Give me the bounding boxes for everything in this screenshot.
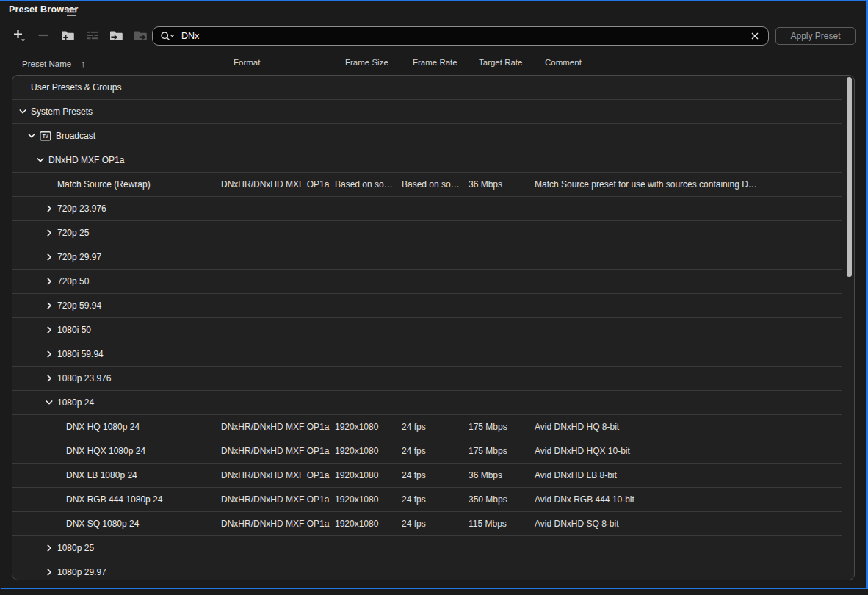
indent-spacer [18,83,27,92]
indent-spacer [54,471,62,480]
column-header-comment[interactable]: Comment [545,58,582,67]
indent-spacer [54,422,62,431]
row-label: System Presets [31,107,93,117]
preset-row[interactable]: DNX HQ 1080p 24DNxHR/DNxHD MXF OP1a1920x… [12,415,842,439]
cell-frame-rate: Based on so… [402,173,460,196]
cell-format: DNxHR/DNxHD MXF OP1a [221,512,329,536]
cell-comment: Avid DNx RGB 444 10-bit [535,488,634,511]
cell-target-rate: 115 Mbps [469,512,507,536]
cell-target-rate: 175 Mbps [469,415,507,439]
group-row[interactable]: 1080p 25 [12,536,842,560]
row-label: 1080i 59.94 [57,349,104,359]
cell-frame-size: 1920x1080 [335,512,378,536]
cell-frame-rate: 24 fps [402,512,426,536]
row-label: 1080p 29.97 [57,567,106,577]
column-headers: Preset Name ↑ Format Frame Size Frame Ra… [0,58,868,70]
name-cell: System Presets [12,100,842,123]
chevron-right-icon[interactable] [45,228,54,237]
chevron-down-icon[interactable] [36,156,45,165]
group-row[interactable]: 1080p 24 [12,391,842,415]
search-field[interactable] [152,26,769,46]
name-cell: 720p 50 [12,270,842,293]
row-label: DNX HQ 1080p 24 [66,422,140,432]
row-label: 1080p 25 [57,543,94,553]
column-header-format[interactable]: Format [234,58,260,67]
preset-row[interactable]: DNX LB 1080p 24DNxHR/DNxHD MXF OP1a1920x… [12,464,842,488]
indent-spacer [54,495,62,504]
new-preset-group-icon[interactable] [60,27,75,43]
chevron-down-icon[interactable] [18,107,27,116]
cell-comment: Avid DNxHD SQ 8-bit [535,512,618,536]
chevron-right-icon[interactable] [45,204,54,213]
chevron-right-icon[interactable] [45,544,54,552]
group-row[interactable]: 1080i 59.94 [12,342,842,367]
group-row[interactable]: 720p 25 [12,221,842,245]
group-row[interactable]: System Presets [12,100,842,124]
export-presets-icon[interactable] [133,27,148,43]
name-cell: DNX LB 1080p 24 [12,464,842,487]
preset-row[interactable]: DNX RGB 444 1080p 24DNxHR/DNxHD MXF OP1a… [12,488,842,512]
preset-row[interactable]: DNX HQX 1080p 24DNxHR/DNxHD MXF OP1a1920… [12,439,842,464]
remove-preset-icon[interactable] [36,27,51,43]
chevron-right-icon[interactable] [45,253,54,262]
row-label: 720p 23.976 [57,203,106,214]
cell-format: DNxHR/DNxHD MXF OP1a [221,173,329,196]
group-row[interactable]: TVBroadcast [12,124,842,148]
chevron-right-icon[interactable] [45,568,54,577]
chevron-down-icon[interactable] [27,131,36,140]
chevron-right-icon[interactable] [45,277,54,286]
row-label: DNX RGB 444 1080p 24 [66,494,162,505]
name-cell: DNX RGB 444 1080p 24 [12,488,842,511]
name-cell: 720p 59.94 [12,294,842,317]
group-row[interactable]: 720p 59.94 [12,294,842,318]
column-header-frame-size[interactable]: Frame Size [345,58,388,67]
toolbar [12,27,148,43]
indent-spacer [45,180,54,189]
column-header-preset-name[interactable]: Preset Name ↑ [22,58,86,69]
panel-menu-icon[interactable] [66,7,78,16]
group-row[interactable]: DNxHD MXF OP1a [12,148,842,173]
preset-row[interactable]: DNX SQ 1080p 24DNxHR/DNxHD MXF OP1a1920x… [12,512,842,536]
sort-ascending-icon[interactable]: ↑ [81,58,86,69]
preset-tree: User Presets & GroupsSystem PresetsTVBro… [12,75,855,580]
cell-target-rate: 36 Mbps [469,173,502,196]
group-row[interactable]: 720p 50 [12,270,842,294]
name-cell: 1080p 25 [12,536,842,560]
cell-frame-rate: 24 fps [402,488,426,511]
group-row[interactable]: 720p 29.97 [12,245,842,270]
group-row[interactable]: 1080i 50 [12,318,842,342]
chevron-right-icon[interactable] [45,374,54,383]
name-cell: DNX SQ 1080p 24 [12,512,842,536]
apply-preset-button[interactable]: Apply Preset [775,27,856,45]
chevron-down-icon[interactable] [45,398,54,407]
preset-settings-icon[interactable] [84,27,99,43]
row-label: DNX LB 1080p 24 [66,470,137,480]
clear-search-icon[interactable] [749,30,761,42]
cell-frame-size: 1920x1080 [335,464,378,487]
group-row[interactable]: User Presets & Groups [12,76,842,100]
row-label: Match Source (Rewrap) [57,179,151,190]
chevron-right-icon[interactable] [45,301,54,310]
group-row[interactable]: 1080p 23.976 [12,367,842,391]
group-row[interactable]: 1080p 29.97 [12,560,842,580]
cell-format: DNxHR/DNxHD MXF OP1a [221,488,329,511]
group-row[interactable]: 720p 23.976 [12,197,842,221]
add-preset-icon[interactable] [12,27,26,43]
cell-frame-rate: 24 fps [402,439,426,463]
name-cell: User Presets & Groups [12,76,842,99]
name-cell: 720p 25 [12,221,842,245]
cell-comment: Avid DNxHD HQ 8-bit [535,415,619,439]
name-cell: DNX HQ 1080p 24 [12,415,842,439]
indent-spacer [54,447,62,455]
column-header-frame-rate[interactable]: Frame Rate [413,58,457,67]
import-presets-icon[interactable] [109,27,123,43]
row-label: Broadcast [56,131,95,141]
search-input[interactable] [181,31,749,41]
chevron-right-icon[interactable] [45,325,54,334]
cell-comment: Avid DNxHD LB 8-bit [535,464,617,487]
name-cell: 720p 23.976 [12,197,842,220]
preset-row[interactable]: Match Source (Rewrap)DNxHR/DNxHD MXF OP1… [12,173,842,197]
chevron-right-icon[interactable] [45,350,54,358]
scrollbar-thumb[interactable] [847,77,852,277]
column-header-target-rate[interactable]: Target Rate [479,58,522,67]
